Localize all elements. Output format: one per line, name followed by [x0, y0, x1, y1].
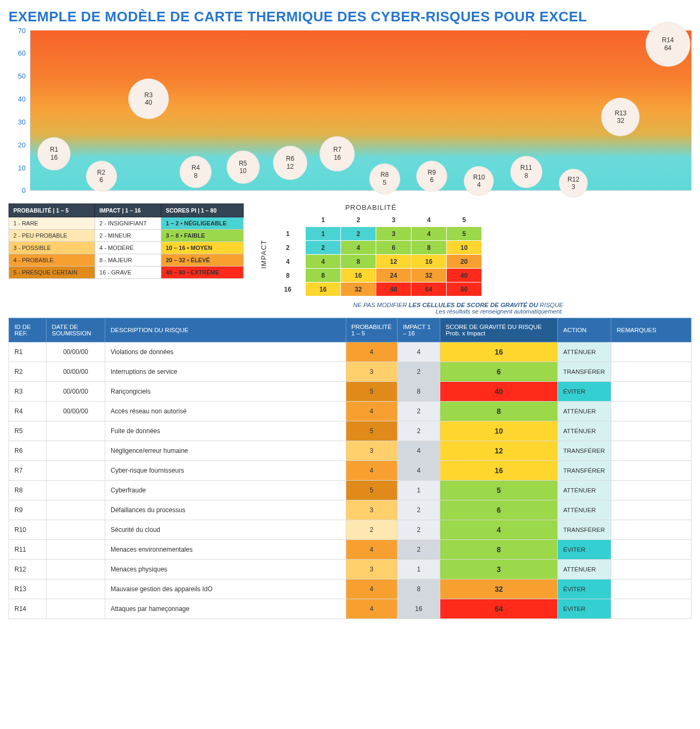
cell-impact: 16 [398, 599, 440, 619]
cell-ref: R6 [9, 441, 46, 461]
legend-table: PROBABILITÉ | 1 – 5IMPACT | 1 – 16SCORES… [9, 203, 244, 279]
cell-score: 16 [440, 461, 558, 481]
matrix-cell: 24 [376, 269, 411, 283]
cell-action: ATTÉNUER [558, 481, 611, 500]
matrix-row-header: 8 [270, 269, 306, 283]
cell-ref: R5 [9, 421, 46, 441]
cell-impact: 2 [398, 520, 440, 540]
cell-score: 6 [440, 500, 558, 520]
cell-date [46, 421, 105, 441]
matrix-row-header: 2 [270, 241, 306, 255]
cell-score: 10 [440, 421, 558, 441]
cell-date [46, 540, 105, 560]
cell-prob: 3 [346, 560, 397, 579]
cell-desc: Menaces physiques [105, 560, 346, 579]
cell-desc: Attaques par hameçonnage [105, 599, 346, 619]
cell-desc: Menaces environnementales [105, 540, 346, 560]
cell-date [46, 599, 105, 619]
bubble-r5: R510 [227, 151, 260, 184]
cell-impact: 8 [398, 382, 440, 402]
cell-date: 00/00/00 [46, 402, 105, 421]
bubble-r11: R118 [510, 156, 542, 188]
cell-notes [611, 421, 691, 441]
legend-impact: 4 - MODÉRÉ [95, 242, 161, 254]
cell-date: 00/00/00 [46, 382, 105, 402]
col-score: SCORE DE GRAVITÉ DU RISQUE Prob. x Impac… [440, 318, 558, 342]
bubble-r12: R123 [559, 169, 588, 198]
table-row: R7Cyber-risque fournisseurs4416TRANSFÉRE… [9, 461, 691, 481]
chart-plot-area: R116R26R340R48R510R612R716R85R96R104R118… [30, 30, 691, 191]
cell-desc: Sécurité du cloud [105, 520, 346, 540]
cell-desc: Rançongiciels [105, 382, 346, 402]
table-row: R400/00/00Accès réseau non autorisé428AT… [9, 402, 691, 421]
matrix-cell: 16 [341, 269, 376, 283]
cell-ref: R9 [9, 500, 46, 520]
cell-desc: Défaillances du processus [105, 500, 346, 520]
legend-row: 3 - POSSIBLE4 - MODÉRÉ10 – 16 • MOYEN [9, 242, 244, 254]
cell-ref: R2 [9, 362, 46, 382]
matrix-cell: 5 [447, 227, 482, 241]
cell-prob: 4 [346, 342, 397, 362]
cell-impact: 2 [398, 402, 440, 421]
legend-score: 3 – 8 • FAIBLE [161, 230, 244, 242]
cell-ref: R13 [9, 579, 46, 599]
table-row: R5Fuite de données5210ATTÉNUER [9, 421, 691, 441]
cell-desc: Négligence/erreur humaine [105, 441, 346, 461]
cell-action: ATTÉNUER [558, 342, 611, 362]
matrix-col-header: 1 [306, 213, 341, 227]
cell-score: 8 [440, 540, 558, 560]
cell-date [46, 560, 105, 579]
cell-prob: 3 [346, 500, 397, 520]
cell-impact: 1 [398, 481, 440, 500]
cell-ref: R10 [9, 520, 46, 540]
cell-date: 00/00/00 [46, 342, 105, 362]
bubble-r13: R1332 [601, 98, 640, 136]
cell-date [46, 481, 105, 500]
bubble-r6: R612 [273, 146, 307, 180]
cell-score: 64 [440, 599, 558, 619]
matrix-col-header: 5 [447, 213, 482, 227]
cell-impact: 1 [398, 560, 440, 579]
matrix-cell: 64 [411, 283, 447, 296]
matrix-col-header: 2 [341, 213, 376, 227]
matrix-cell: 4 [306, 255, 341, 269]
matrix-col-title: PROBABILITÉ [260, 203, 482, 211]
cell-impact: 2 [398, 540, 440, 560]
table-row: R100/00/00Violations de données4416ATTÉN… [9, 342, 691, 362]
y-axis: 706050403020100 [9, 30, 30, 191]
matrix-corner [270, 213, 306, 227]
bubble-r3: R340 [128, 79, 169, 119]
matrix-cell: 80 [447, 283, 482, 296]
cell-action: ATTÉNUER [558, 560, 611, 579]
cell-prob: 4 [346, 599, 397, 619]
cell-date: 00/00/00 [46, 362, 105, 382]
legend-row: 4 - PROBABLE8 - MAJEUR20 – 32 • ÉLEVÉ [9, 254, 244, 266]
cell-notes [611, 500, 691, 520]
cell-impact: 4 [398, 441, 440, 461]
cell-desc: Fuite de données [105, 421, 346, 441]
legend-score: 1 – 2 • NÉGLIGEABLE [161, 217, 244, 230]
col-date: DATE DE SOUMISSION [46, 318, 105, 342]
cell-action: ÉVITER [558, 382, 611, 402]
matrix-cell: 20 [447, 255, 482, 269]
cell-date [46, 461, 105, 481]
cell-notes [611, 520, 691, 540]
table-row: R11Menaces environnementales428ÉVITER [9, 540, 691, 560]
legend-score: 40 – 80 • EXTRÊME [161, 266, 244, 279]
cell-date [46, 441, 105, 461]
bubble-r14: R1464 [645, 22, 690, 67]
bubble-r9: R96 [416, 161, 447, 192]
matrix-cell: 4 [341, 241, 376, 255]
cell-notes [611, 560, 691, 579]
table-row: R6Négligence/erreur humaine3412TRANSFÉRE… [9, 441, 691, 461]
legend-row: 5 - PRESQUE CERTAIN16 - GRAVE40 – 80 • E… [9, 266, 244, 279]
note-text: RISQUE [538, 302, 563, 308]
cell-prob: 4 [346, 402, 397, 421]
note-text: NE PAS MODIFIER [353, 302, 409, 308]
risk-bubble-chart: 706050403020100 R116R26R340R48R510R612R7… [9, 30, 691, 191]
cell-score: 12 [440, 441, 558, 461]
matrix-cell: 10 [447, 241, 482, 255]
cell-action: TRANSFÉRER [558, 461, 611, 481]
cell-prob: 5 [346, 421, 397, 441]
legend-header: IMPACT | 1 – 16 [95, 204, 161, 217]
